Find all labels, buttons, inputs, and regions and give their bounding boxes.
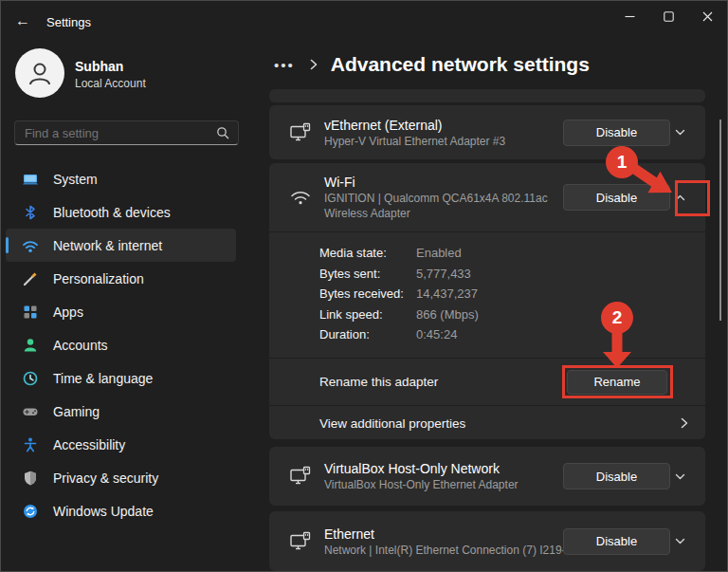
detail-label: Duration: [319,324,416,345]
view-properties-label: View additional properties [319,416,465,431]
expand-chevron-vethernet[interactable] [668,121,691,144]
close-icon [702,11,713,22]
wifi-details: Media state:Enabled Bytes sent:5,777,433… [269,232,705,358]
shield-icon [22,470,39,487]
detail-row: Bytes sent:5,777,433 [319,264,705,285]
search-input[interactable] [15,126,216,140]
sidebar-item-personalization[interactable]: Personalization [6,262,236,295]
detail-value: 0:45:24 [416,327,457,341]
sidebar-item-gaming[interactable]: Gaming [6,395,236,428]
scrollbar-thumb[interactable] [719,120,721,321]
disable-button-ethernet[interactable]: Disable [563,528,670,555]
rename-adapter-label: Rename this adapter [319,375,438,389]
maximize-button[interactable] [649,1,688,31]
ethernet-adapter-icon [288,529,313,554]
sidebar-item-label: Accounts [53,338,108,353]
user-icon [26,59,54,87]
view-additional-properties-row[interactable]: View additional properties [269,406,705,440]
annotation-step-2: 2 [601,302,633,334]
sidebar-item-accessibility[interactable]: Accessibility [6,428,236,461]
detail-label: Bytes received: [319,284,416,304]
annotation-box-chevron [675,180,710,216]
sidebar-item-label: Accessibility [53,437,125,452]
sidebar-item-label: Gaming [53,404,100,419]
sidebar-item-label: Time & language [53,371,153,386]
sidebar-item-label: Personalization [53,271,144,286]
search-box[interactable] [14,120,239,145]
ethernet-adapter-icon [288,120,313,145]
adapter-card-virtualbox: VirtualBox Host-Only Network VirtualBox … [269,447,705,506]
annotation-number: 2 [612,307,623,328]
sidebar-nav: System Bluetooth & devices Network & int… [1,162,247,527]
gaming-icon [22,403,39,420]
chevron-right-icon [308,58,319,71]
detail-row: Media state:Enabled [319,243,705,264]
sidebar-item-network-internet[interactable]: Network & internet [6,229,236,262]
windows-update-icon [22,503,39,520]
sidebar-item-accounts[interactable]: Accounts [6,328,236,361]
back-arrow-icon: ← [15,12,30,28]
chevron-down-icon [674,126,686,138]
disable-button-vethernet[interactable]: Disable [563,120,670,146]
accessibility-icon [22,436,39,453]
annotation-arrow-2 [602,329,632,369]
adapter-description: Network | Intel(R) Ethernet Connection (… [324,544,581,557]
apps-icon [22,304,39,321]
bluetooth-icon [22,204,39,221]
wifi-adapter-icon [288,185,313,210]
settings-window: ← Settings Subhan Local Account [0,0,728,572]
detail-label: Link speed: [319,304,416,325]
disable-button-virtualbox[interactable]: Disable [563,463,670,489]
adapter-card-vethernet: vEthernet (External) Hyper-V Virtual Eth… [269,105,705,159]
maximize-icon [664,11,674,22]
ethernet-adapter-icon [288,464,313,489]
chevron-down-icon [674,535,686,547]
personalization-icon [22,270,39,287]
adapter-card-ethernet: Ethernet Network | Intel(R) Ethernet Con… [269,511,705,571]
titlebar: ← Settings [1,1,727,31]
sidebar-item-bluetooth[interactable]: Bluetooth & devices [6,195,236,229]
detail-value: Enabled [416,246,462,260]
detail-row: Link speed:866 (Mbps) [319,304,705,325]
detail-row: Bytes received:14,437,237 [319,284,705,304]
page-title: Advanced network settings [331,53,590,76]
sidebar-item-privacy-security[interactable]: Privacy & security [6,461,236,494]
scrolled-card-remnant [269,89,705,102]
adapter-name: Ethernet [324,526,581,542]
wifi-icon [22,237,39,254]
adapter-description: VirtualBox Host-Only Ethernet Adapter [324,478,519,491]
close-button[interactable] [688,1,727,31]
user-account-type: Local Account [75,77,146,90]
breadcrumb: ••• Advanced network settings [274,50,590,79]
adapter-name: vEthernet (External) [324,118,505,133]
back-button[interactable]: ← [10,10,35,31]
sidebar-item-label: Windows Update [53,504,154,519]
sidebar-item-system[interactable]: System [6,162,236,195]
user-name: Subhan [75,59,123,74]
minimize-button[interactable] [610,1,649,31]
detail-value: 866 (Mbps) [416,307,479,322]
annotation-box-rename [562,365,673,398]
search-icon[interactable] [216,126,229,139]
sidebar-item-apps[interactable]: Apps [6,295,236,328]
detail-value: 5,777,433 [416,267,471,281]
accounts-icon [22,337,39,354]
sidebar-item-windows-update[interactable]: Windows Update [6,494,236,527]
adapter-description-line2: Wireless Adapter [324,207,548,220]
chevron-down-icon [674,471,686,483]
avatar[interactable] [15,48,64,98]
selected-indicator [6,237,9,253]
detail-label: Media state: [319,243,416,264]
detail-label: Bytes sent: [319,264,416,285]
expand-chevron-virtualbox[interactable] [668,465,691,488]
sidebar-item-label: System [53,172,98,187]
system-icon [22,171,39,188]
window-title: Settings [46,15,91,29]
adapter-name: VirtualBox Host-Only Network [324,461,519,476]
expand-chevron-ethernet[interactable] [668,530,691,553]
sidebar-item-label: Bluetooth & devices [53,205,171,220]
breadcrumb-ellipsis-button[interactable]: ••• [274,57,295,73]
sidebar-item-label: Apps [53,304,83,320]
sidebar-item-time-language[interactable]: Time & language [6,361,236,395]
annotation-step-1: 1 [606,146,638,178]
